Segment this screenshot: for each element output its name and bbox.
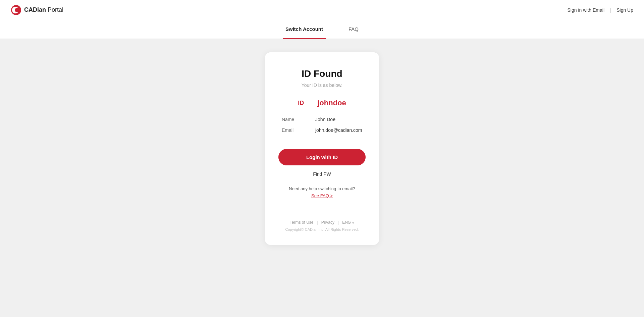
header-divider: |	[610, 7, 611, 13]
sign-in-email-link[interactable]: Sign in with Email	[568, 7, 605, 13]
name-value: John Doe	[315, 117, 362, 122]
chevron-down-icon: ∨	[352, 221, 354, 224]
id-field-value: johndoe	[317, 99, 346, 107]
card-subtitle: Your ID is as below.	[278, 83, 366, 88]
id-result-row: ID johndoe	[278, 99, 366, 107]
tabs-bar: Switch Account FAQ	[0, 20, 644, 39]
name-row: Name John Doe	[278, 117, 366, 122]
lang-label: ENG	[342, 220, 351, 225]
logo-text: CADian Portal	[24, 6, 63, 13]
name-label: Name	[282, 117, 302, 122]
privacy-link[interactable]: Privacy	[321, 220, 334, 225]
header-right: Sign in with Email | Sign Up	[568, 7, 633, 13]
help-text: Need any help switching to email?	[278, 186, 366, 191]
footer-links: Terms of Use | Privacy | ENG ∨	[278, 220, 366, 225]
email-value: john.doe@cadian.com	[315, 127, 362, 133]
footer-sep-2: |	[338, 220, 339, 225]
id-field-label: ID	[298, 100, 304, 107]
tab-faq[interactable]: FAQ	[346, 20, 361, 39]
logo: CADian Portal	[11, 5, 63, 15]
card-title: ID Found	[278, 68, 366, 79]
copyright-text: Copyright© CADian Inc. All Rights Reserv…	[278, 227, 366, 231]
find-pw-link[interactable]: Find PW	[278, 171, 366, 177]
header: CADian Portal Sign in with Email | Sign …	[0, 0, 644, 20]
id-found-card: ID Found Your ID is as below. ID johndoe…	[265, 52, 379, 245]
tab-switch-account[interactable]: Switch Account	[283, 20, 326, 39]
main-content: ID Found Your ID is as below. ID johndoe…	[0, 39, 644, 317]
email-label: Email	[282, 127, 302, 133]
language-selector[interactable]: ENG ∨	[342, 220, 354, 225]
login-with-id-button[interactable]: Login with ID	[278, 149, 366, 165]
footer-sep-1: |	[317, 220, 318, 225]
cadian-logo-icon	[11, 5, 21, 15]
terms-link[interactable]: Terms of Use	[290, 220, 314, 225]
sign-up-link[interactable]: Sign Up	[616, 7, 633, 13]
card-footer: Terms of Use | Privacy | ENG ∨ Copyright…	[278, 212, 366, 231]
see-faq-link[interactable]: See FAQ >	[278, 193, 366, 198]
email-row: Email john.doe@cadian.com	[278, 127, 366, 133]
